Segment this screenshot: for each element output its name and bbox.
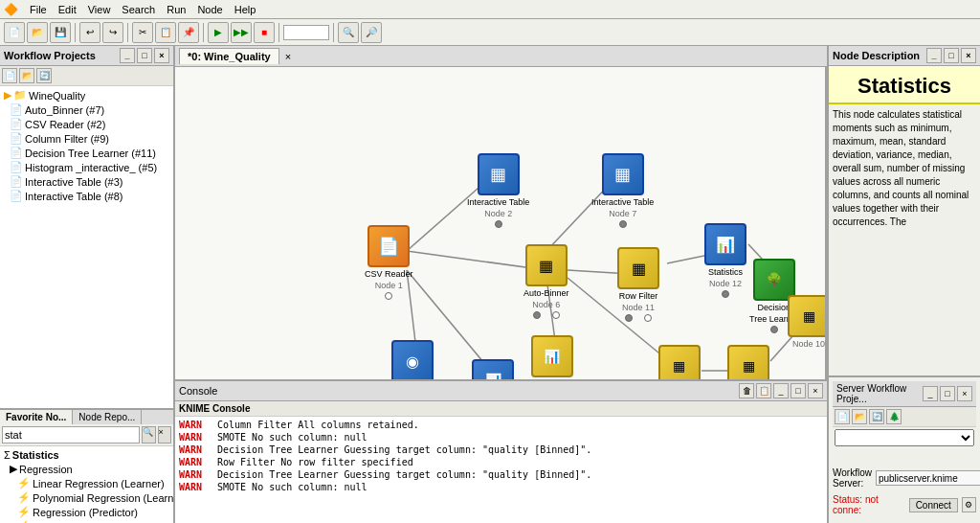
run-all-btn[interactable]: ▶▶ <box>231 22 252 43</box>
node11-ports <box>625 314 652 322</box>
tree-item-csvreader[interactable]: 📄 CSV Reader (#2) <box>2 117 171 131</box>
tree-linreg-learner[interactable]: ⚡ Linear Regression (Learner) <box>2 476 171 490</box>
port-in-dt <box>770 326 778 333</box>
zoom-out-btn[interactable]: 🔎 <box>361 22 382 43</box>
server-dropdown[interactable] <box>835 429 974 446</box>
zoom-input[interactable]: 100% <box>283 25 329 40</box>
tab-noderepo[interactable]: Node Repo... <box>73 410 142 424</box>
server-minimize[interactable]: _ <box>923 386 938 401</box>
tree-root[interactable]: ▶ 📁 WineQuality <box>2 88 171 102</box>
node-csv-reader[interactable]: 📄 CSV Reader Node 1 <box>365 225 413 300</box>
connect-button[interactable]: Connect <box>909 498 958 512</box>
menu-file[interactable]: File <box>30 4 47 15</box>
node6-ports <box>533 311 560 319</box>
server-open-btn[interactable]: 📂 <box>852 409 867 424</box>
node-smote[interactable]: ▦ SMOTE Node 9 <box>727 345 769 379</box>
server-input[interactable] <box>876 470 980 486</box>
cut-btn[interactable]: ✂ <box>132 22 153 43</box>
node1-ports <box>385 292 392 300</box>
node-desc-maximize[interactable]: □ <box>944 48 959 63</box>
server-maximize[interactable]: □ <box>940 386 955 401</box>
console-close-btn[interactable]: × <box>808 383 823 398</box>
project-tree: ▶ 📁 WineQuality 📄 Auto_Binner (#7) 📄 CSV… <box>0 86 173 408</box>
maximize-btn[interactable]: □ <box>137 48 152 63</box>
tree-logreg-learner[interactable]: ⚡ Logistic Regression (Learner) <box>2 519 171 523</box>
tab-favorite[interactable]: Favorite No... <box>0 410 73 424</box>
proj-new[interactable]: 📄 <box>2 68 17 83</box>
undo-btn[interactable]: ↩ <box>79 22 100 43</box>
console-copy-btn[interactable]: 📋 <box>756 383 771 398</box>
copy-btn[interactable]: 📋 <box>155 22 176 43</box>
node-box-scatter-plot: ◉ <box>391 340 434 379</box>
server-status-row: Status: not conne: Connect ⚙ <box>833 490 976 519</box>
search-icon[interactable]: 🔍 <box>142 426 156 443</box>
node-histogram[interactable]: 📊 Histogram (interactive) Node 4 <box>529 335 574 379</box>
node-statistics-12[interactable]: 📊 Statistics Node 12 <box>704 223 746 298</box>
tree-item-dtlearner[interactable]: 📄 Decision Tree Learner (#11) <box>2 146 171 160</box>
server-refresh-btn[interactable]: 🔄 <box>869 409 884 424</box>
tree-regression[interactable]: ▶ Regression <box>2 462 171 476</box>
node-desc-close[interactable]: × <box>961 48 976 63</box>
workflow-projects-title: Workflow Projects <box>4 50 96 61</box>
new-btn[interactable]: 📄 <box>4 22 25 43</box>
node-desc-minimize[interactable]: _ <box>926 48 942 63</box>
menu-run[interactable]: Run <box>167 4 186 15</box>
console-maximize-btn[interactable]: □ <box>791 383 806 398</box>
minimize-btn[interactable]: _ <box>120 48 135 63</box>
server-close[interactable]: × <box>957 386 972 401</box>
right-panel: Node Description _ □ × Statistics This n… <box>827 46 980 523</box>
close-btn[interactable]: × <box>154 48 169 63</box>
console-panel: Console 🗑 📋 _ □ × KNIME Console WARN Col… <box>175 379 827 523</box>
server-tree-btn[interactable]: 🌲 <box>886 409 902 424</box>
zoom-in-btn[interactable]: 🔍 <box>338 22 359 43</box>
paste-btn[interactable]: 📌 <box>178 22 199 43</box>
tree-item-colfilter[interactable]: 📄 Column Filter (#9) <box>2 131 171 146</box>
console-text-5: Decision Tree Learner Guessing target co… <box>217 469 591 480</box>
tree-item-autobinner[interactable]: 📄 Auto_Binner (#7) <box>2 102 171 117</box>
menu-bar: 🔶 File Edit View Search Run Node Help <box>0 0 980 19</box>
server-new-btn[interactable]: 📄 <box>835 409 850 424</box>
menu-edit[interactable]: Edit <box>58 4 77 15</box>
proj-open[interactable]: 📂 <box>19 68 34 83</box>
redo-btn[interactable]: ↪ <box>102 22 123 43</box>
node-auto-binner[interactable]: ▦ Auto-Binner Node 6 <box>523 244 569 319</box>
tree-statistics-root[interactable]: Σ Statistics <box>2 448 171 462</box>
node-interactive-table-7[interactable]: ▦ Interactive Table Node 7 <box>591 153 654 228</box>
menu-search[interactable]: Search <box>122 4 155 15</box>
workflow-canvas[interactable]: 📄 CSV Reader Node 1 ▦ Interactive Table … <box>175 67 827 379</box>
node-10[interactable]: ▦ Node 10 <box>788 295 827 349</box>
menu-view[interactable]: View <box>88 4 111 15</box>
node-search-input[interactable] <box>2 426 140 443</box>
proj-refresh[interactable]: 🔄 <box>36 68 52 83</box>
clear-search-btn[interactable]: × <box>158 426 172 443</box>
server-toolbar: 📄 📂 🔄 🌲 <box>833 407 976 427</box>
workflow-tab[interactable]: *0: Wine_Quality <box>179 48 279 64</box>
tree-item-histogram[interactable]: 📄 Histogram _interactive_ (#5) <box>2 160 171 174</box>
console-minimize-btn[interactable]: _ <box>773 383 789 398</box>
node-label-row-filter: Row Filter <box>619 291 658 301</box>
node-sublabel-interactive-2: Node 2 <box>484 209 512 218</box>
warn-label-2: WARN <box>179 432 210 443</box>
tree-regression-predictor[interactable]: ⚡ Regression (Predictor) <box>2 505 171 519</box>
cancel-btn[interactable]: ■ <box>254 22 275 43</box>
port-in-2 <box>495 220 502 228</box>
open-btn[interactable]: 📂 <box>27 22 48 43</box>
node-statistics-3[interactable]: 📊 Statistics Node 3 <box>472 359 514 379</box>
tree-polyreg-learner[interactable]: ⚡ Polynomial Regression (Learner <box>2 490 171 505</box>
server-settings-btn[interactable]: ⚙ <box>962 497 976 512</box>
node-column-filter[interactable]: ▦ Column Filter Node 8 <box>654 345 705 379</box>
save-btn[interactable]: 💾 <box>50 22 71 43</box>
menu-node[interactable]: Node <box>197 4 222 15</box>
console-clear-btn[interactable]: 🗑 <box>739 383 754 398</box>
node-interactive-table-2[interactable]: ▦ Interactive Table Node 2 <box>467 153 529 228</box>
node-scatter-plot[interactable]: ◉ Scatter Plot Node 5 <box>390 340 435 379</box>
console-toolbar: 🗑 📋 _ □ × <box>739 383 823 398</box>
tree-item-interactive2[interactable]: 📄 Interactive Table (#8) <box>2 189 171 203</box>
node-box-statistics-3: 📊 <box>472 359 514 379</box>
close-tab-btn[interactable]: × <box>285 51 291 62</box>
node-row-filter[interactable]: ▦ Row Filter Node 11 <box>617 247 659 322</box>
tree-item-interactive1[interactable]: 📄 Interactive Table (#3) <box>2 174 171 189</box>
port-in-12 <box>722 290 729 298</box>
run-btn[interactable]: ▶ <box>208 22 229 43</box>
menu-help[interactable]: Help <box>234 4 256 15</box>
